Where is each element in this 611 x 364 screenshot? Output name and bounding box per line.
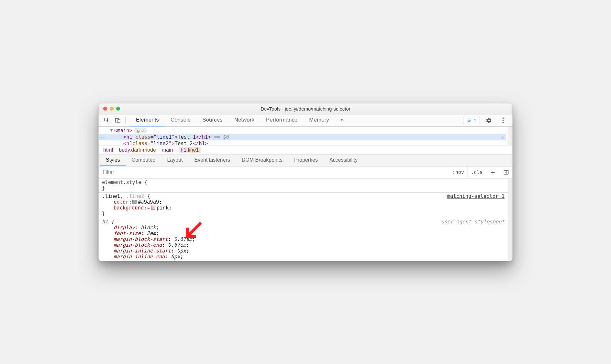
main-toolbar: Elements Console Sources Network Perform… — [99, 114, 512, 127]
subtab-accessibility[interactable]: Accessibility — [324, 155, 363, 166]
declaration[interactable]: margin-inline-end: 0px; — [102, 254, 505, 260]
dom-node-main[interactable]: ▼ <main> grid — [99, 127, 506, 134]
declaration[interactable]: margin-inline-start: 0px; — [102, 248, 505, 254]
subtab-computed[interactable]: Computed — [126, 155, 161, 166]
tab-overflow[interactable]: » — [335, 114, 350, 126]
cls-toggle[interactable]: .cls — [467, 166, 486, 178]
breadcrumb-html[interactable]: html — [103, 147, 113, 153]
svg-point-5 — [502, 122, 504, 123]
tab-console[interactable]: Console — [165, 114, 196, 126]
subtab-styles[interactable]: Styles — [100, 155, 126, 166]
devtools-window: DevTools - jec.fyi/demo/matching-selecto… — [98, 103, 513, 261]
toggle-sidebar-icon[interactable] — [500, 166, 512, 178]
hov-toggle[interactable]: :hov — [449, 166, 467, 178]
breadcrumb-body[interactable]: body.dark-mode — [119, 147, 156, 153]
color-swatch-icon[interactable] — [132, 200, 137, 204]
svg-point-3 — [502, 117, 504, 119]
declaration[interactable]: margin-block-end: 0.67em; — [102, 242, 505, 248]
rule-element-style[interactable]: element.style { } — [99, 179, 508, 193]
issues-button[interactable]: 1 — [463, 117, 480, 124]
breadcrumb-h1[interactable]: h1.line1 — [179, 147, 201, 153]
svg-rect-2 — [118, 119, 120, 123]
expand-shorthand-icon[interactable]: ▶ — [148, 206, 150, 210]
scrollbar-track[interactable] — [508, 179, 512, 261]
subtab-properties[interactable]: Properties — [288, 155, 324, 166]
titlebar: DevTools - jec.fyi/demo/matching-selecto… — [99, 103, 512, 114]
styles-filter-input[interactable] — [99, 169, 449, 175]
settings-icon[interactable] — [484, 115, 494, 125]
grid-badge[interactable]: grid — [134, 128, 147, 133]
source-link[interactable]: matching-selector:1 — [447, 193, 505, 199]
breadcrumb: html body.dark-mode main h1.line1 — [99, 145, 512, 155]
dom-tree[interactable]: ▼ <main> grid ⋯ <h1 class="line1">Test 1… — [99, 127, 508, 145]
dom-node-next[interactable]: <h1 class="line2">Test 2</h1> — [99, 140, 506, 145]
issues-count: 1 — [474, 118, 476, 123]
subtab-dom-breakpoints[interactable]: DOM Breakpoints — [236, 155, 288, 166]
gutter-ellipsis-icon[interactable]: ⋯ — [101, 134, 106, 140]
styles-filter-row: :hov .cls ＋ — [99, 166, 512, 179]
sidebar-tabs: Styles Computed Layout Event Listeners D… — [99, 155, 512, 166]
inspect-element-icon[interactable] — [102, 115, 112, 125]
tab-sources[interactable]: Sources — [196, 114, 228, 126]
breadcrumb-main[interactable]: main — [162, 147, 173, 153]
declaration[interactable]: font-size: 2em; — [102, 230, 505, 236]
styles-pane: element.style { } matching-selector:1 .l… — [99, 179, 508, 261]
tab-network[interactable]: Network — [228, 114, 260, 126]
svg-point-4 — [502, 120, 504, 121]
dom-node-selected[interactable]: ⋯ <h1 class="line1">Test 1</h1> == $0 — [99, 134, 506, 140]
subtab-layout[interactable]: Layout — [161, 155, 188, 166]
tab-memory[interactable]: Memory — [303, 114, 335, 126]
rule-line12[interactable]: matching-selector:1 .line1, .line2 { col… — [99, 193, 508, 218]
device-toolbar-icon[interactable] — [113, 115, 123, 125]
declaration-color[interactable]: color:#a9a9a9; — [102, 199, 505, 205]
declaration[interactable]: margin-block-start: 0.67em; — [102, 236, 505, 242]
declaration-background[interactable]: background:▶pink; — [102, 205, 505, 211]
selection-indicator-icon — [501, 136, 504, 139]
subtab-event-listeners[interactable]: Event Listeners — [188, 155, 236, 166]
panel-tabs: Elements Console Sources Network Perform… — [130, 114, 463, 126]
scrollbar-track[interactable] — [508, 127, 512, 145]
window-title: DevTools - jec.fyi/demo/matching-selecto… — [99, 106, 512, 112]
rule-h1-ua[interactable]: user agent stylesheet h1 { display: bloc… — [99, 218, 508, 261]
declaration[interactable]: display: block; — [102, 225, 505, 230]
color-swatch-icon[interactable] — [151, 206, 155, 210]
kebab-menu-icon[interactable] — [498, 115, 508, 125]
new-style-rule-icon[interactable]: ＋ — [486, 166, 500, 178]
tab-performance[interactable]: Performance — [260, 114, 303, 126]
ua-stylesheet-label: user agent stylesheet — [441, 219, 505, 225]
tab-elements[interactable]: Elements — [130, 114, 165, 126]
